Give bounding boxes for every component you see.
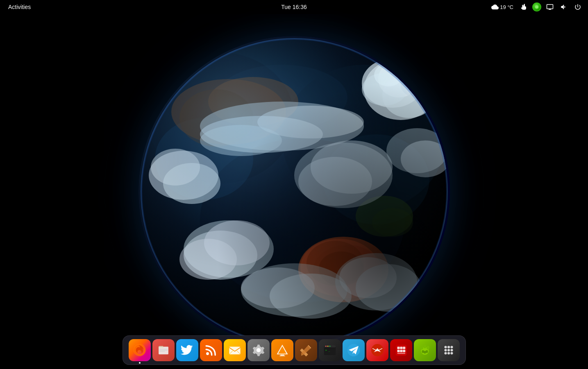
svg-point-94 — [444, 352, 447, 354]
svg-rect-78 — [400, 350, 402, 352]
svg-point-93 — [450, 349, 453, 351]
svg-point-86 — [424, 351, 426, 354]
svg-rect-75 — [400, 347, 402, 349]
svg-point-85 — [422, 350, 424, 353]
cloud-icon — [491, 3, 499, 11]
keyboard-tray-item[interactable] — [518, 2, 529, 11]
power-icon — [574, 3, 581, 11]
editor-icon — [299, 343, 313, 357]
vlc-icon — [275, 343, 289, 357]
vlc-dock-icon[interactable] — [271, 339, 293, 361]
app-grid-icon — [442, 343, 456, 357]
taskbar: > _ — [123, 335, 466, 365]
svg-rect-74 — [397, 347, 400, 349]
files-dock-icon[interactable] — [152, 339, 175, 361]
svg-point-69 — [329, 346, 330, 347]
svg-point-84 — [427, 346, 429, 349]
volume-icon — [560, 3, 568, 11]
earth-wallpaper — [138, 36, 450, 347]
files-icon — [157, 343, 170, 357]
power-tray-item[interactable] — [572, 2, 583, 11]
svg-rect-77 — [397, 350, 400, 352]
svg-point-71 — [347, 344, 360, 357]
editor-dock-icon[interactable] — [295, 339, 317, 361]
telegram-icon — [347, 343, 361, 357]
svg-point-87 — [426, 350, 428, 353]
telegram-dock-icon[interactable] — [343, 339, 365, 361]
app-grid-dock-icon[interactable] — [438, 339, 460, 361]
thunderbird-dock-icon[interactable] — [366, 339, 388, 361]
clock-display: Tue 16:36 — [281, 4, 307, 10]
rss-dock-icon[interactable] — [200, 339, 222, 361]
display-tray-item[interactable] — [545, 2, 555, 11]
system-tray: 19 °C — [490, 2, 583, 11]
twitter-dock-icon[interactable] — [176, 339, 198, 361]
screen-icon — [546, 3, 554, 11]
gnome-icon-inner — [535, 5, 538, 9]
mail-app-icon — [228, 343, 242, 357]
svg-point-96 — [450, 352, 453, 354]
paw-dock-icon[interactable] — [414, 339, 436, 361]
svg-rect-63 — [279, 355, 285, 356]
activities-button[interactable]: Activities — [5, 2, 34, 12]
svg-point-95 — [447, 352, 450, 354]
svg-rect-55 — [159, 349, 167, 349]
svg-text:> _: > _ — [325, 349, 330, 352]
svg-rect-80 — [397, 353, 405, 354]
paw-icon — [418, 343, 432, 357]
svg-point-83 — [423, 345, 426, 349]
svg-point-68 — [327, 346, 328, 347]
svg-rect-59 — [229, 347, 240, 355]
terminal-dock-icon[interactable]: > _ — [319, 339, 341, 361]
volume-tray-item[interactable] — [558, 2, 569, 11]
hand-icon — [520, 3, 527, 11]
top-bar: Activities Tue 16:36 19 °C — [0, 0, 588, 14]
svg-point-90 — [450, 346, 453, 348]
rss-icon — [204, 343, 218, 357]
svg-point-58 — [206, 352, 209, 355]
svg-point-67 — [325, 346, 327, 347]
temperature-display: 19 °C — [500, 4, 513, 10]
svg-point-92 — [447, 349, 450, 351]
gnome-tray-icon[interactable] — [532, 2, 541, 11]
svg-rect-76 — [403, 347, 405, 349]
svg-point-91 — [444, 349, 447, 351]
firefox-active-dot — [139, 362, 141, 364]
thunderbird-icon — [370, 343, 384, 357]
firefox-icon — [133, 343, 147, 357]
terminal-icon: > _ — [323, 343, 337, 357]
redapp-icon — [394, 343, 408, 357]
svg-rect-79 — [403, 350, 405, 352]
firefox-dock-icon[interactable] — [129, 339, 151, 361]
svg-rect-57 — [159, 351, 165, 352]
mail-app-dock-icon[interactable] — [224, 339, 246, 361]
svg-point-88 — [444, 346, 447, 348]
svg-point-89 — [447, 346, 450, 348]
settings-dock-icon[interactable] — [247, 339, 270, 361]
redapp-dock-icon[interactable] — [390, 339, 412, 361]
twitter-icon — [180, 343, 194, 357]
earth-svg — [138, 36, 450, 347]
settings-icon — [252, 343, 266, 357]
svg-point-82 — [420, 346, 423, 349]
desktop — [0, 14, 588, 369]
svg-rect-56 — [159, 350, 167, 351]
weather-tray-item[interactable]: 19 °C — [490, 2, 515, 11]
svg-rect-54 — [159, 347, 163, 349]
